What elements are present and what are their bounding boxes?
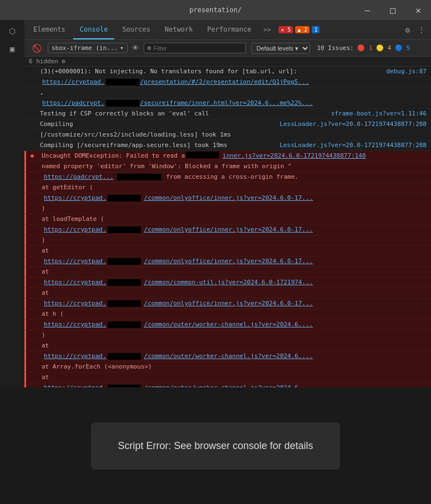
tab-console[interactable]: Console bbox=[73, 20, 115, 39]
console-line: Compiling [/secureiframe/app-secure.less… bbox=[24, 140, 431, 151]
source-link[interactable]: LessLoader.js?ver=20.0-1721974438877:208 bbox=[271, 120, 427, 129]
console-error-line: at bbox=[24, 341, 431, 351]
tab-sources[interactable]: Sources bbox=[115, 20, 157, 39]
title-bar: presentation/ — □ ✕ bbox=[0, 0, 431, 20]
console-error-line: https://padcrypt... from accessing a cro… bbox=[24, 172, 431, 183]
console-line: https://cryptpad./presentation/#/2/prese… bbox=[24, 77, 431, 88]
issues-error-badge: 🔴 1 bbox=[357, 44, 372, 52]
console-link[interactable]: inner.js?ver=2024.6.0-1721974438877:140 bbox=[222, 152, 366, 160]
device-icon[interactable]: ▣ bbox=[3, 41, 21, 57]
script-error-box: Script Error: See browser console for de… bbox=[91, 422, 339, 470]
console-link[interactable]: https://cryptpad. bbox=[44, 278, 142, 287]
maximize-button[interactable]: □ bbox=[380, 0, 405, 20]
script-error-overlay: Script Error: See browser console for de… bbox=[0, 387, 431, 504]
console-link[interactable]: /common/onlyoffice/inner.js?ver=2024.6.0… bbox=[144, 257, 313, 266]
window-controls: — □ ✕ bbox=[354, 0, 431, 20]
issues-info-badge: 🔵 5 bbox=[395, 44, 410, 52]
console-error-line: https://cryptpad. /common/onlyoffice/inn… bbox=[24, 193, 431, 204]
console-error-line: at h ( bbox=[24, 309, 431, 320]
console-link[interactable]: /common/outer/worker-channel.js?ver=2024… bbox=[144, 320, 313, 329]
devtools-toolbar: Elements Console Sources Network Perform… bbox=[24, 20, 431, 40]
settings-hidden-icon[interactable]: ⚙ bbox=[62, 58, 65, 65]
window-title: presentation/ bbox=[190, 6, 242, 14]
issues-warning-badge: 🟡 4 bbox=[376, 44, 391, 52]
console-line: [/customize/src/less2/include/loading.le… bbox=[24, 130, 431, 140]
devtools-secondary-toolbar: 🚫 sbox-iframe (in... ▾ 👁 ⊞ Default level… bbox=[24, 40, 431, 57]
console-line: , bbox=[24, 88, 431, 98]
context-selector[interactable]: sbox-iframe (in... ▾ bbox=[48, 43, 128, 53]
console-link[interactable]: https://cryptpad. bbox=[44, 257, 142, 266]
source-link[interactable]: sframe-boot.js?ver=1.11:46 bbox=[322, 109, 427, 118]
console-error-line: ) bbox=[24, 330, 431, 341]
filter-icon: ⊞ bbox=[148, 44, 151, 52]
console-error-line: Uncaught DOMException: Failed to read a … bbox=[24, 151, 431, 162]
warning-count-badge[interactable]: ▲ 2 bbox=[295, 26, 310, 33]
console-link[interactable]: /common/outer/worker-channel.js?ver=2024… bbox=[144, 352, 313, 361]
console-line: https://padcrypt./secureiframe/inner.htm… bbox=[24, 98, 431, 109]
console-error-line: https://cryptpad. /common/common-util.js… bbox=[24, 278, 431, 288]
console-link[interactable]: /common/onlyoffice/inner.js?ver=2024.6.0… bbox=[144, 194, 313, 203]
hidden-count-bar: 6 hidden ⚙ bbox=[24, 57, 431, 67]
console-error-line: at bbox=[24, 372, 431, 383]
console-link[interactable]: https://padcrypt... bbox=[44, 173, 114, 182]
close-button[interactable]: ✕ bbox=[405, 0, 431, 20]
filter-container: ⊞ bbox=[144, 43, 246, 53]
console-error-line: ) bbox=[24, 235, 431, 246]
info-count-badge[interactable]: 1 bbox=[312, 26, 320, 33]
console-link[interactable]: https://cryptpad. bbox=[44, 352, 142, 361]
browser-chrome: presentation/ — □ ✕ bbox=[0, 0, 431, 20]
console-link[interactable]: /common/onlyoffice/inner.js?ver=2024.6.0… bbox=[144, 299, 313, 308]
console-error-line: at getEditor ( bbox=[24, 183, 431, 193]
console-line: Testing if CSP correctly blocks an 'eval… bbox=[24, 109, 431, 119]
console-error-line: https://cryptpad. /common/onlyoffice/inn… bbox=[24, 225, 431, 235]
clear-console-icon[interactable]: 🚫 bbox=[28, 41, 45, 56]
console-error-line: https://cryptpad. /common/outer/worker-c… bbox=[24, 320, 431, 330]
console-link[interactable]: https://cryptpad./presentation/#/2/prese… bbox=[42, 78, 309, 87]
console-error-line: https://cryptpad. /common/onlyoffice/inn… bbox=[24, 299, 431, 309]
filter-input[interactable] bbox=[153, 45, 242, 52]
eye-icon[interactable]: 👁 bbox=[130, 44, 141, 52]
console-link[interactable]: https://cryptpad. bbox=[44, 225, 142, 234]
more-options-icon[interactable]: ⋮ bbox=[414, 23, 429, 37]
tab-elements[interactable]: Elements bbox=[27, 20, 72, 39]
error-count-badge[interactable]: ✕ 5 bbox=[278, 26, 293, 33]
console-link[interactable]: /common/common-util.js?ver=2024.6.0-1721… bbox=[144, 278, 313, 287]
console-link[interactable]: https://cryptpad. bbox=[44, 194, 142, 203]
console-line: Compiling LessLoader.js?ver=20.0-1721974… bbox=[24, 119, 431, 130]
console-error-line: at bbox=[24, 246, 431, 256]
levels-dropdown[interactable]: Default levels ▾ bbox=[251, 43, 310, 54]
context-chevron-icon: ▾ bbox=[120, 44, 124, 52]
tab-performance[interactable]: Performance bbox=[201, 20, 258, 39]
console-link[interactable]: https://padcrypt./secureiframe/inner.htm… bbox=[42, 99, 313, 108]
console-link[interactable]: https://cryptpad. bbox=[44, 320, 142, 329]
inspect-icon[interactable]: ⬡ bbox=[3, 23, 21, 39]
issues-count: 10 Issues: 🔴 1 🟡 4 🔵 5 bbox=[317, 44, 410, 52]
console-error-line: ) bbox=[24, 204, 431, 214]
console-error-line: https://cryptpad. /common/onlyoffice/inn… bbox=[24, 256, 431, 267]
console-error-line: at bbox=[24, 267, 431, 278]
source-link[interactable]: LessLoader.js?ver=20.0-1721974438877:208 bbox=[271, 141, 427, 150]
tab-network[interactable]: Network bbox=[158, 20, 200, 39]
console-error-line: https://cryptpad. /common/outer/worker-c… bbox=[24, 351, 431, 362]
console-link[interactable]: https://cryptpad. bbox=[44, 299, 142, 308]
console-error-line: at bbox=[24, 288, 431, 299]
tab-overflow[interactable]: >> bbox=[259, 24, 275, 36]
minimize-button[interactable]: — bbox=[354, 0, 380, 20]
console-error-line: at loadTemplate ( bbox=[24, 214, 431, 225]
console-line: (3)(+0000001): Not injecting. No transla… bbox=[24, 67, 431, 77]
left-sidebar: ⬡ ▣ bbox=[0, 20, 24, 57]
console-error-line: at Array.forEach (<anonymous>) bbox=[24, 362, 431, 372]
source-link[interactable]: debug.js:87 bbox=[377, 67, 427, 76]
console-error-line: named property 'editor' from 'Window': B… bbox=[24, 162, 431, 172]
script-error-message: Script Error: See browser console for de… bbox=[118, 440, 313, 451]
console-link[interactable]: /common/onlyoffice/inner.js?ver=2024.6.0… bbox=[144, 225, 313, 234]
settings-icon[interactable]: ⚙ bbox=[402, 23, 413, 37]
